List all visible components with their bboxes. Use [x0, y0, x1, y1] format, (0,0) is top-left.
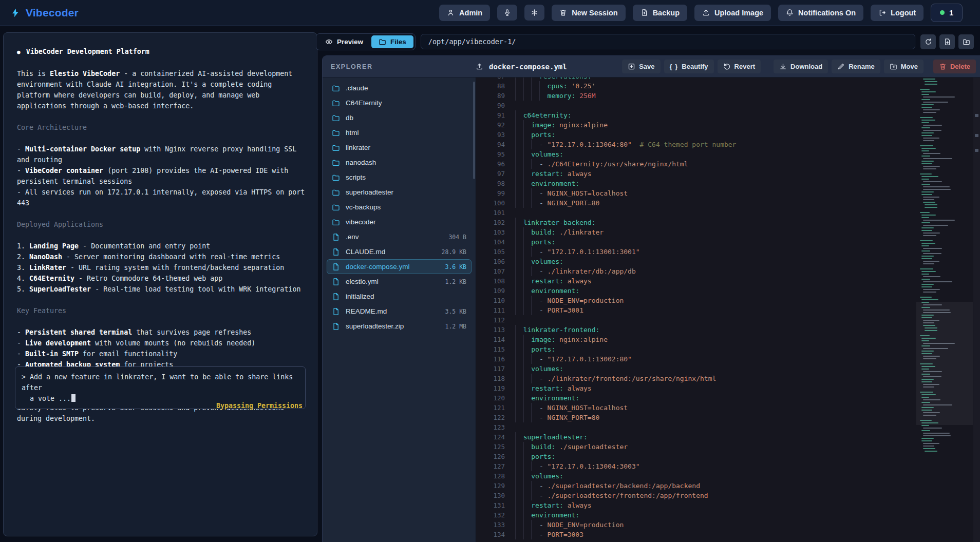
code-line[interactable]: 109environment: — [476, 286, 913, 296]
beautify-button[interactable]: { }Beautify — [664, 60, 714, 73]
code-line[interactable]: 98environment: — [476, 179, 913, 188]
editor-scrollbar[interactable] — [973, 78, 980, 542]
delete-button[interactable]: Delete — [933, 60, 976, 73]
explorer-item-superloadtester[interactable]: superloadtester — [327, 185, 472, 200]
path-input[interactable] — [421, 34, 915, 49]
explorer-item-initialized[interactable]: initialized — [327, 289, 472, 304]
code-line[interactable]: 132environment: — [476, 510, 913, 520]
minimap-line — [921, 194, 932, 195]
indent-guide — [515, 237, 523, 247]
upload-file-icon[interactable] — [476, 63, 483, 70]
code-line[interactable]: 129- ./superloadtester/backend:/app/back… — [476, 481, 913, 491]
code-line[interactable]: 116- "172.17.0.1:13002:80" — [476, 354, 913, 364]
explorer-item-superloadtester.zip[interactable]: superloadtester.zip1.2 MB — [327, 319, 472, 334]
explorer-item-.env[interactable]: .env304 B — [327, 229, 472, 244]
code-line[interactable]: 94- "172.17.0.1:13064:80" # C64-themed p… — [476, 140, 913, 149]
code-line[interactable]: 89memory: 256M — [476, 91, 913, 101]
code-line[interactable]: 130- ./superloadtester/frontend:/app/fro… — [476, 491, 913, 500]
code-line[interactable]: 110- NODE_ENV=production — [476, 296, 913, 305]
code-line[interactable]: 131restart: always — [476, 500, 913, 510]
code-line[interactable]: 119restart: always — [476, 383, 913, 393]
code-line[interactable]: 103build: ./linkrater — [476, 227, 913, 237]
microphone-button[interactable] — [497, 5, 517, 21]
explorer-item-elestio.yml[interactable]: elestio.yml1.2 KB — [327, 274, 472, 289]
code-editor[interactable]: 87reservations:88cpus: '0.25'89memory: 2… — [476, 78, 980, 542]
code-line[interactable]: 101 — [476, 208, 913, 218]
code-line[interactable]: 105- "172.17.0.1:13001:3001" — [476, 247, 913, 257]
code-line[interactable]: 92image: nginx:alpine — [476, 120, 913, 130]
logout-button[interactable]: Logout — [871, 5, 924, 21]
code-line[interactable]: 112 — [476, 315, 913, 325]
code-line[interactable]: 123 — [476, 422, 913, 432]
revert-icon — [723, 63, 731, 70]
code-line[interactable]: 99- NGINX_HOST=localhost — [476, 188, 913, 198]
code-line[interactable]: 125build: ./superloadtester — [476, 442, 913, 452]
code-line[interactable]: 134- PORT=3003 — [476, 530, 913, 539]
upload-image-button[interactable]: Upload Image — [694, 5, 771, 21]
refresh-button[interactable] — [920, 34, 936, 49]
explorer-item-html[interactable]: html — [327, 125, 472, 140]
explorer-item-linkrater[interactable]: linkrater — [327, 140, 472, 155]
backup-button[interactable]: Backup — [633, 5, 687, 21]
minimap-viewport[interactable] — [916, 302, 973, 425]
code-line[interactable]: 91c64eternity: — [476, 110, 913, 120]
explorer-item-CLAUDE.md[interactable]: CLAUDE.md28.9 KB — [327, 244, 472, 259]
code-line[interactable]: 122- NGINX_PORT=80 — [476, 413, 913, 422]
explorer-item-docker-compose.yml[interactable]: docker-compose.yml3.6 KB — [327, 259, 472, 274]
minimap[interactable] — [918, 79, 972, 542]
new-folder-button[interactable] — [958, 34, 974, 49]
line-number: 99 — [476, 188, 505, 198]
move-button[interactable]: Move — [884, 60, 924, 73]
code-line[interactable]: 93ports: — [476, 130, 913, 140]
code-line[interactable]: 107- ./linkrater/db:/app/db — [476, 266, 913, 276]
rename-button[interactable]: Rename — [832, 60, 880, 73]
code-line[interactable]: 133- NODE_ENV=production — [476, 520, 913, 530]
download-button[interactable]: Download — [774, 60, 828, 73]
code-line[interactable]: 115ports: — [476, 344, 913, 354]
code-line[interactable]: 97restart: always — [476, 169, 913, 179]
code-line[interactable]: 90 — [476, 101, 913, 110]
code-line[interactable]: 88cpus: '0.25' — [476, 81, 913, 91]
code-line[interactable]: 100- NGINX_PORT=80 — [476, 198, 913, 208]
revert-button[interactable]: Revert — [718, 60, 761, 73]
code-line[interactable]: 108restart: always — [476, 276, 913, 286]
code-line[interactable]: 118- ./linkrater/frontend:/usr/share/ngi… — [476, 374, 913, 383]
minimap-line — [921, 271, 936, 272]
code-line[interactable]: 126ports: — [476, 452, 913, 461]
code-line[interactable]: 96- ./C64Eternity:/usr/share/nginx/html — [476, 159, 913, 169]
explorer-item-scripts[interactable]: scripts — [327, 170, 472, 185]
code-line[interactable]: 114image: nginx:alpine — [476, 335, 913, 344]
code-line[interactable]: 102linkrater-backend: — [476, 218, 913, 227]
explorer-item-C64Eternity[interactable]: C64Eternity — [327, 95, 472, 110]
tab-preview[interactable]: Preview — [318, 35, 370, 48]
code-line[interactable]: 95volumes: — [476, 149, 913, 159]
code-line[interactable]: 111- PORT=3001 — [476, 305, 913, 315]
code-line[interactable]: 121- NGINX_HOST=localhost — [476, 403, 913, 413]
explorer-item-README.md[interactable]: README.md3.5 KB — [327, 304, 472, 319]
code-line[interactable]: 113linkrater-frontend: — [476, 325, 913, 335]
code-line[interactable]: 106volumes: — [476, 257, 913, 266]
explorer-item-.claude[interactable]: .claude — [327, 81, 472, 95]
path-icon-buttons — [920, 34, 974, 49]
new-session-button[interactable]: New Session — [552, 5, 625, 21]
minimap-line — [925, 207, 937, 208]
sparkle-button[interactable] — [524, 5, 544, 21]
explorer-item-nanodash[interactable]: nanodash — [327, 155, 472, 170]
admin-button[interactable]: Admin — [439, 5, 490, 21]
code-line[interactable]: 127- "172.17.0.1:13004:3003" — [476, 461, 913, 471]
session-count-badge[interactable]: 1 — [931, 4, 963, 22]
tab-files[interactable]: Files — [371, 35, 413, 48]
code-line[interactable]: 124superloadtester: — [476, 432, 913, 442]
code-line[interactable]: 104ports: — [476, 237, 913, 247]
explorer-item-vibecoder[interactable]: vibecoder — [327, 215, 472, 229]
explorer-item-db[interactable]: db — [327, 110, 472, 125]
code-line[interactable]: 120environment: — [476, 393, 913, 403]
code-line[interactable]: 87reservations: — [476, 78, 913, 81]
new-file-button[interactable] — [939, 34, 955, 49]
notifications-button[interactable]: Notifications On — [778, 5, 863, 21]
explorer-scrollbar[interactable] — [473, 82, 475, 179]
code-line[interactable]: 128volumes: — [476, 471, 913, 481]
code-line[interactable]: 117volumes: — [476, 364, 913, 374]
save-button[interactable]: Save — [622, 60, 660, 73]
explorer-item-vc-backups[interactable]: vc-backups — [327, 200, 472, 215]
